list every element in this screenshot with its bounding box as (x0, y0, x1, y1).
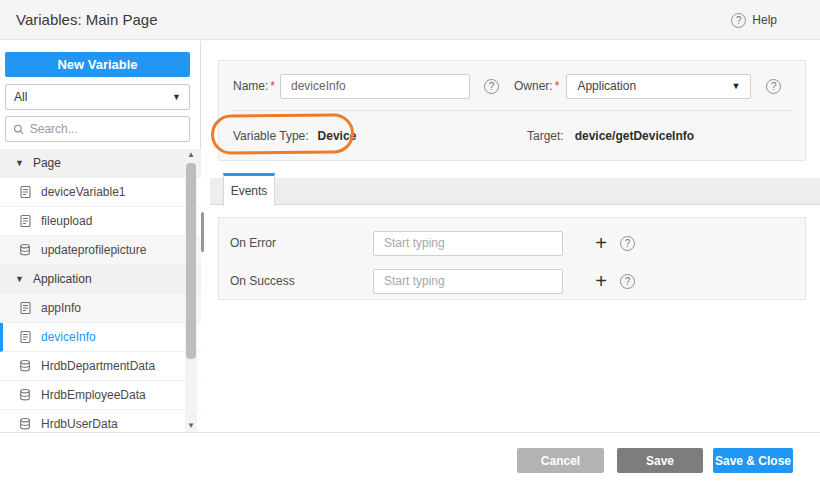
collapse-caret-icon: ▼ (15, 158, 24, 168)
variable-type-label: Variable Type: (233, 129, 309, 143)
tree-item-devicevariable1[interactable]: deviceVariable1 (0, 178, 201, 207)
on-success-row: On Success + ? (230, 268, 794, 294)
tree-scrollbar-thumb[interactable] (186, 163, 196, 359)
tree-item-label: fileupload (41, 214, 92, 228)
save-button[interactable]: Save (617, 448, 703, 473)
tree-item-label: updateprofilepicture (41, 243, 146, 257)
tree-item-label: appInfo (41, 301, 81, 315)
dialog-header: Variables: Main Page ? Help (0, 0, 820, 40)
tree-group-application[interactable]: ▼Application (0, 265, 201, 294)
add-on-error-action-icon[interactable]: + (589, 231, 613, 255)
device-variable-icon (19, 330, 32, 344)
tree-item-updateprofilepicture[interactable]: updateprofilepicture (0, 236, 201, 265)
form-divider (233, 110, 791, 111)
on-error-row: On Error + ? (230, 230, 794, 256)
on-error-input[interactable] (373, 231, 563, 256)
tree-item-label: deviceVariable1 (41, 185, 126, 199)
new-variable-button[interactable]: New Variable (5, 52, 190, 77)
save-and-close-button[interactable]: Save & Close (713, 448, 793, 473)
chevron-down-icon: ▼ (172, 92, 181, 102)
help-label: Help (752, 13, 777, 27)
chevron-down-icon: ▼ (731, 81, 740, 91)
tree-group-page[interactable]: ▼Page (0, 149, 201, 178)
on-success-label: On Success (230, 274, 373, 288)
tree-item-fileupload[interactable]: fileupload (0, 207, 201, 236)
tree-item-label: HrdbUserData (41, 417, 118, 431)
tree-item-label: HrdbDepartmentData (41, 359, 155, 373)
footer-divider (0, 432, 820, 433)
tree-scrollbar[interactable]: ▲ ▼ (185, 149, 197, 432)
tree-item-label: HrdbEmployeeData (41, 388, 146, 402)
on-error-label: On Error (230, 236, 373, 250)
service-variable-icon (19, 243, 32, 257)
tree-item-label: Application (33, 272, 92, 286)
device-variable-icon (19, 301, 32, 315)
variable-properties-panel: Name: * ? Owner: * Application ▼ ? Varia… (218, 60, 806, 161)
variable-filter-select[interactable]: All ▼ (5, 84, 190, 110)
variable-type-field: Variable Type: Device (233, 123, 356, 149)
target-label: Target: (527, 129, 564, 143)
type-target-row: Variable Type: Device Target: device/get… (233, 123, 791, 149)
scroll-down-icon[interactable]: ▼ (185, 420, 197, 432)
owner-help-icon[interactable]: ? (766, 79, 781, 94)
tree-item-hrdbdepartmentdata[interactable]: HrdbDepartmentData (0, 352, 201, 381)
owner-select[interactable]: Application ▼ (566, 74, 751, 99)
on-error-help-icon[interactable]: ? (620, 236, 635, 251)
search-icon (13, 123, 25, 136)
variable-search (5, 116, 190, 142)
service-variable-icon (19, 359, 32, 373)
target-value: device/getDeviceInfo (575, 129, 694, 143)
variable-tree: ▼PagedeviceVariable1fileuploadupdateprof… (0, 149, 201, 432)
name-help-icon[interactable]: ? (484, 79, 499, 94)
target-field: Target: device/getDeviceInfo (527, 123, 694, 149)
tree-item-appinfo[interactable]: appInfo (0, 294, 201, 323)
variable-filter-value: All (14, 90, 27, 104)
collapse-caret-icon: ▼ (15, 274, 24, 284)
tree-item-deviceinfo[interactable]: deviceInfo (0, 323, 201, 352)
device-variable-icon (19, 214, 32, 228)
events-panel: On Error + ? On Success + ? (218, 217, 806, 300)
variables-dialog: Variables: Main Page ? Help New Variable… (0, 0, 820, 490)
owner-select-value: Application (577, 79, 636, 93)
variable-type-value: Device (318, 129, 357, 143)
service-variable-icon (19, 388, 32, 402)
owner-label: Owner: (514, 79, 553, 93)
scroll-up-icon[interactable]: ▲ (185, 149, 197, 161)
name-input[interactable] (280, 74, 470, 99)
device-variable-icon (19, 185, 32, 199)
tree-item-hrdbemployeedata[interactable]: HrdbEmployeeData (0, 381, 201, 410)
tab-events[interactable]: Events (223, 173, 275, 206)
required-asterisk: * (555, 79, 560, 93)
search-input[interactable] (30, 122, 182, 136)
tree-item-hrdbuserdata[interactable]: HrdbUserData (0, 410, 201, 432)
required-asterisk: * (270, 79, 275, 93)
on-success-help-icon[interactable]: ? (620, 274, 635, 289)
on-success-input[interactable] (373, 269, 563, 294)
tree-item-label: Page (33, 156, 61, 170)
add-on-success-action-icon[interactable]: + (589, 269, 613, 293)
cancel-button[interactable]: Cancel (517, 448, 604, 473)
tab-bar (210, 178, 820, 205)
help-button[interactable]: ? Help (731, 0, 777, 40)
name-owner-row: Name: * ? Owner: * Application ▼ ? (233, 73, 791, 99)
tree-item-label: deviceInfo (41, 330, 96, 344)
name-label: Name: (233, 79, 268, 93)
variables-sidebar: New Variable All ▼ ▼PagedeviceVariable1f… (0, 41, 201, 432)
content-scrollbar-thumb[interactable] (201, 212, 204, 252)
page-title: Variables: Main Page (16, 0, 157, 40)
service-variable-icon (19, 417, 32, 431)
help-question-icon: ? (731, 13, 746, 28)
